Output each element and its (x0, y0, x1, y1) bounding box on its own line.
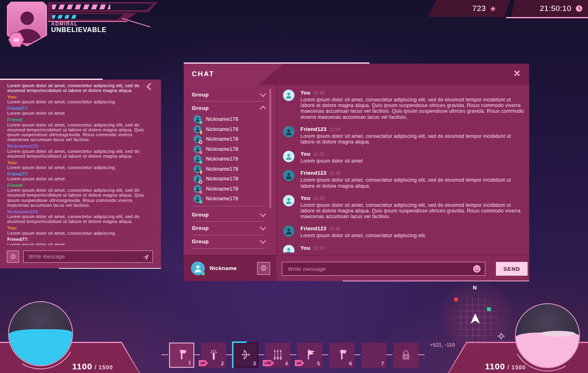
flag-icon (303, 348, 317, 362)
scrollbar-thumb[interactable] (269, 89, 271, 144)
hotbar-slot-7-empty[interactable]: 7 (361, 343, 386, 368)
status-dot (199, 161, 202, 164)
member-item[interactable]: Nickname178 (184, 164, 276, 174)
chat-message: You12:30 Lorem ipsum dolor sit amet (283, 244, 524, 253)
minimap[interactable]: N +521, -110 (440, 281, 513, 352)
group-header[interactable]: Group (192, 235, 265, 248)
chat-message: You12:30 Lorem ipsum dolor sit amet, con… (283, 89, 524, 120)
chevron-down-icon (260, 238, 266, 244)
chat-message-input[interactable] (282, 262, 485, 275)
member-item[interactable]: Nickname178 (184, 124, 276, 135)
minimap-north-label: N (473, 285, 476, 291)
resource-value-left: 1100 / 1500 (72, 362, 113, 371)
xp-bar-secondary-fill (52, 15, 78, 19)
log-panel-accent-bottom (59, 268, 161, 269)
log-message: Friend77:Lorem ipsum dolor sit amet (7, 106, 155, 116)
log-message-list: Lorem ipsum dolor sit amet, consectetur … (7, 83, 155, 245)
friend-avatar (283, 170, 294, 181)
send-icon[interactable] (142, 254, 149, 261)
member-avatar (193, 175, 202, 183)
member-item[interactable]: Nickname178 (184, 134, 276, 144)
status-dot (199, 121, 202, 124)
chevron-down-icon (260, 224, 266, 231)
log-message: Nickname123:Lorem ipsum dolor sit amet, … (7, 144, 155, 159)
chat-settings-button[interactable]: ⚙ (257, 262, 270, 275)
hotbar-slot-2[interactable]: x4 2 (201, 343, 226, 368)
status-dot (199, 191, 202, 194)
log-message: You:Lorem ipsum dolor sit amet, consecte… (7, 225, 155, 236)
member-avatar (193, 145, 202, 153)
member-item[interactable]: Nickname178 (184, 194, 276, 204)
log-panel-accent-top (0, 79, 103, 80)
log-message-input[interactable] (24, 251, 152, 262)
xp-bar-primary-fill (52, 4, 110, 9)
member-avatar (193, 135, 202, 143)
member-item[interactable]: Nickname178 (184, 114, 276, 124)
member-avatar (193, 185, 202, 193)
status-dot (199, 180, 202, 184)
chat-window: CHAT × Group Group Nickname178 (184, 64, 529, 281)
lock-icon (399, 348, 413, 362)
hotbar-slot-3[interactable]: 3 (233, 343, 258, 368)
status-dot (200, 170, 202, 174)
you-avatar (283, 195, 294, 206)
gear-icon: ⚙ (260, 264, 267, 272)
chat-message: You12:30 Lorem ipsum dolor sit amet (283, 150, 524, 164)
hotbar-slot-4[interactable]: x40 4 (265, 343, 290, 368)
log-message: Friend:Lorem ipsum dolor sit amet, conse… (7, 183, 155, 208)
hotbar-slot-6[interactable]: 6 (329, 343, 354, 368)
time-panel: 21:50:10 (511, 0, 588, 17)
log-message: Friend77:Lorem ipsum dolor sit amet (7, 171, 155, 182)
chat-sidebar: Group Group Nickname178 Nickname178 (184, 85, 276, 281)
member-item[interactable]: Nickname178 (184, 184, 276, 194)
hotbar-slot-1[interactable]: 1 (169, 343, 194, 368)
self-user-bar: Nickname ⚙ (184, 255, 276, 281)
time-panel-underline (506, 17, 588, 18)
arrows-icon (271, 348, 285, 362)
hotbar-slot-5[interactable]: x4 5 (297, 343, 322, 368)
hotbar-slot-locked[interactable] (393, 343, 418, 368)
status-dot (200, 131, 202, 134)
group-header[interactable]: Group (192, 88, 265, 101)
member-item[interactable]: Nickname178 (184, 154, 276, 164)
chevron-up-icon (260, 105, 266, 112)
you-avatar (283, 90, 294, 101)
chat-sidebar-scroll: Group Group Nickname178 Nickname178 (184, 85, 276, 255)
send-button[interactable]: SEND (496, 262, 528, 276)
member-avatar (193, 165, 202, 173)
chat-message: You12:30 Lorem ipsum dolor sit amet, con… (283, 194, 524, 220)
axe-icon (175, 348, 189, 362)
hotbar: 1 x4 2 3 x40 4 x4 5 6 7 (169, 343, 418, 368)
close-icon[interactable]: × (511, 66, 524, 81)
time-value: 21:50:10 (540, 4, 571, 13)
sidebar-scrollbar[interactable] (269, 89, 271, 208)
member-avatar (193, 125, 202, 133)
member-avatar (193, 195, 202, 203)
gear-icon: ⚙ (10, 253, 16, 260)
score-panel: 723 ★ (428, 0, 510, 17)
log-settings-button[interactable]: ⚙ (7, 251, 19, 263)
chat-main: You12:30 Lorem ipsum dolor sit amet, con… (276, 85, 529, 281)
game-screen: 48 ADMIRAL UNBELIEVABLE 723 ★ 21:50:10 L… (0, 0, 588, 373)
member-item[interactable]: Nickname178 (184, 144, 276, 154)
chat-message: Friend12312:30 Lorem ipsum dolor sit ame… (283, 225, 524, 238)
friend-avatar (283, 126, 294, 137)
chat-window-title: CHAT (192, 70, 215, 78)
log-message: Nickname123:Lorem ipsum dolor sit amet, … (7, 209, 155, 224)
score-value: 723 (472, 4, 486, 13)
friend-avatar (283, 225, 294, 237)
dynamite-icon (207, 348, 221, 362)
resource-value-right: 1100 / 1500 (485, 362, 526, 371)
group-header[interactable]: Group (192, 208, 265, 221)
self-avatar (191, 262, 205, 275)
xp-bar-underline-diagonal (122, 18, 150, 28)
self-name: Nickname (210, 265, 252, 271)
divider (192, 206, 265, 206)
member-item[interactable]: Nickname178 (184, 174, 276, 184)
crosshair-icon (498, 332, 505, 340)
status-dot (199, 200, 202, 204)
group-header[interactable]: Group (192, 222, 265, 235)
group-header-expanded[interactable]: Group (192, 101, 265, 114)
emoji-button[interactable] (472, 264, 481, 273)
log-message: Lorem ipsum dolor sit amet, consectetur … (7, 83, 155, 93)
